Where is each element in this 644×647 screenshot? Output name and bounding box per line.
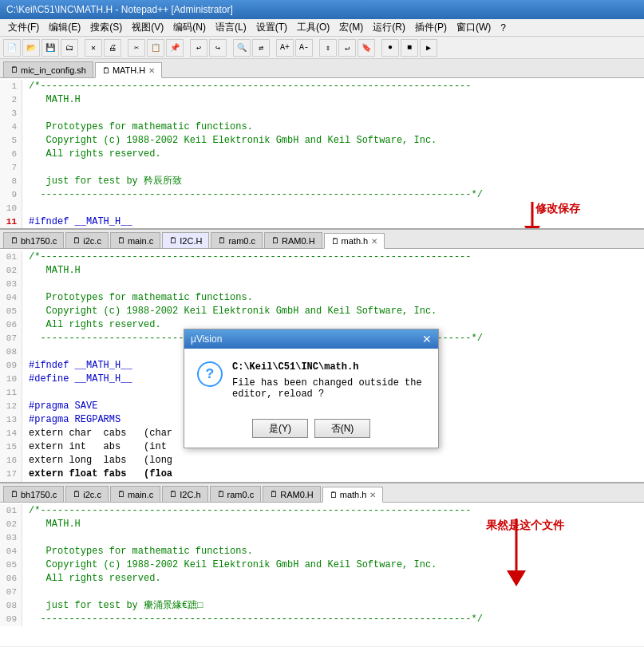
tab-ram0h-3[interactable]: 🗒 RAM0.H [263,486,321,502]
tab-bh1750-3[interactable]: 🗒 bh1750.c [3,486,64,502]
open-btn[interactable]: 📂 [22,39,40,57]
menu-view[interactable]: 视图(V) [127,19,168,36]
menu-language[interactable]: 语言(L) [211,19,251,36]
section2: 🗒 bh1750.c 🗒 i2c.c 🗒 main.c 🗒 I2C.H 🗒 ra… [0,228,644,482]
new-btn[interactable]: 📄 [3,39,21,57]
file-icon: 🗒 [73,236,81,245]
undo-btn[interactable]: ↩ [190,39,207,57]
menu-window[interactable]: 窗口(W) [452,19,496,36]
file-icon: 🗒 [117,490,125,499]
tab-ram0h[interactable]: 🗒 RAM0.H [264,232,322,248]
dialog-question-icon: ? [197,361,223,387]
table-row: 5 Copyright (c) 1988-2002 Keil Elektroni… [0,134,644,148]
menu-plugins[interactable]: 插件(P) [410,19,452,36]
file-icon: 🗒 [330,491,338,499]
table-row: 9 --------------------------------------… [0,188,644,202]
tab-close-icon2[interactable]: ✕ [371,237,377,246]
tab-ram0c-3[interactable]: 🗒 ram0.c [210,486,262,502]
file-icon: 🗒 [218,236,226,245]
dialog-titlebar: μVision ✕ [184,329,438,349]
file-icon: 🗒 [10,65,18,74]
file-icon: 🗒 [73,490,81,499]
table-row: 7 [0,161,644,175]
tab-i2ch[interactable]: 🗒 I2C.H [162,232,209,248]
svg-marker-3 [507,570,526,586]
section1: 🗒 mic_in_config.sh 🗒 MATH.H ✕ 1 /*------… [0,59,644,228]
table-row: 07 [0,586,644,599]
menu-macro[interactable]: 宏(M) [334,19,368,36]
close-btn[interactable]: ✕ [85,39,102,57]
zoom-out-btn[interactable]: A- [295,39,313,57]
table-row: 05 Copyright (c) 1988-2002 Keil Elektron… [0,558,644,572]
bookmark-btn[interactable]: 🔖 [358,39,375,57]
dialog-filepath: C:\Keil\C51\INC\math.h [232,361,425,373]
file-icon: 🗒 [217,490,225,499]
tab-ram0c[interactable]: 🗒 ram0.c [211,232,263,248]
print-btn[interactable]: 🖨 [104,39,121,57]
tab-math-h3[interactable]: 🗒 math.h ✕ [322,487,384,503]
replace-btn[interactable]: ⇄ [252,39,270,57]
file-icon: 🗒 [331,237,339,246]
section1-editor: 1 /*------------------------------------… [0,78,644,228]
file-icon2: 🗒 [102,66,110,75]
table-row: 8 just for test by 矜辰所致 [0,175,644,188]
dialog-message-area: C:\Keil\C51\INC\math.h File has been cha… [232,361,425,400]
dialog-buttons: 是(Y) 否(N) [184,412,438,448]
table-row: 06 All rights reserved. [0,572,644,586]
tab-i2ch-3[interactable]: 🗒 I2C.h [162,486,207,502]
dialog-yes-btn[interactable]: 是(Y) [252,419,308,438]
tab-main-3[interactable]: 🗒 main.c [110,486,160,502]
stop-btn[interactable]: ■ [401,39,418,57]
menu-search[interactable]: 搜索(S) [85,19,127,36]
file-icon: 🗒 [169,236,177,245]
cut-btn[interactable]: ✂ [128,39,145,57]
menu-file[interactable]: 文件(F) [3,19,44,36]
section2-tabbar: 🗒 bh1750.c 🗒 i2c.c 🗒 main.c 🗒 I2C.H 🗒 ra… [0,230,644,249]
file-icon: 🗒 [117,236,125,245]
sync-btn[interactable]: ⇕ [319,39,337,57]
record-btn[interactable]: ● [381,39,399,57]
table-row: 08 just for test by 癳涌景緣€蹠□ [0,599,644,613]
zoom-in-btn[interactable]: A+ [276,39,294,57]
menu-tools[interactable]: 工具(O) [292,19,334,36]
tab-main[interactable]: 🗒 main.c [110,232,160,248]
menu-settings[interactable]: 设置(T) [251,19,292,36]
wrap-btn[interactable]: ↵ [338,39,356,57]
menu-run[interactable]: 运行(R) [368,19,410,36]
section3-tabbar: 🗒 bh1750.c 🗒 i2c.c 🗒 main.c 🗒 I2C.h 🗒 ra… [0,483,644,503]
dialog-body: ? C:\Keil\C51\INC\math.h File has been c… [184,349,438,412]
section3-editor: 01 /*-----------------------------------… [0,503,644,646]
table-row: 2 MATH.H [0,93,644,107]
copy-btn[interactable]: 📋 [147,39,164,57]
dialog-message: File has been changed outside the editor… [232,377,425,400]
tab-i2c-3[interactable]: 🗒 i2c.c [65,486,109,502]
file-icon: 🗒 [10,236,18,245]
paste-btn[interactable]: 📌 [166,39,184,57]
dialog-close-btn[interactable]: ✕ [422,333,432,345]
section2-editor: 01 /*-----------------------------------… [0,249,644,482]
section3: 🗒 bh1750.c 🗒 i2c.c 🗒 main.c 🗒 I2C.h 🗒 ra… [0,482,644,646]
menu-encoding[interactable]: 编码(N) [168,19,211,36]
file-icon: 🗒 [271,236,279,245]
tab-close-icon[interactable]: ✕ [148,66,155,75]
find-btn[interactable]: 🔍 [233,39,251,57]
save-all-btn[interactable]: 🗂 [61,39,78,57]
menu-help[interactable]: ? [496,21,511,35]
table-row: 1 /*------------------------------------… [0,80,644,93]
table-row: 4 Prototypes for mathematic functions. [0,120,644,134]
table-row: 04 Prototypes for mathematic functions. [0,545,644,558]
menu-edit[interactable]: 编辑(E) [44,19,85,36]
tab-close-icon3[interactable]: ✕ [369,491,376,499]
tab-mic-config[interactable]: 🗒 mic_in_config.sh [3,61,93,77]
file-icon: 🗒 [10,490,18,499]
tab-math-h2[interactable]: 🗒 math.h ✕ [324,233,385,249]
redo-btn[interactable]: ↪ [209,39,227,57]
file-icon: 🗒 [169,490,177,499]
play-btn[interactable]: ▶ [420,39,437,57]
tab-bh1750[interactable]: 🗒 bh1750.c [3,232,64,248]
save-btn[interactable]: 💾 [41,39,59,57]
tab-math-h[interactable]: 🗒 MATH.H ✕ [95,62,162,78]
tab-i2c[interactable]: 🗒 i2c.c [65,232,109,248]
dialog-no-btn[interactable]: 否(N) [314,419,370,438]
uvision-dialog: μVision ✕ ? C:\Keil\C51\INC\math.h File … [184,329,439,448]
